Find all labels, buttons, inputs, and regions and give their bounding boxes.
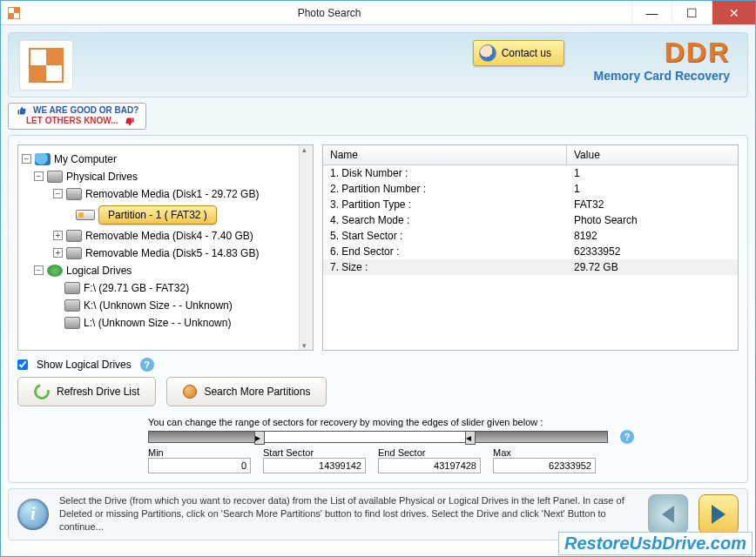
slider-handle-end[interactable]: ◂ (465, 431, 476, 445)
titlebar: Photo Search — ☐ ✕ (1, 1, 755, 25)
collapse-icon[interactable]: − (53, 189, 63, 198)
table-row: 7. Size :29.72 GB (323, 259, 738, 275)
maximize-button[interactable]: ☐ (672, 1, 712, 24)
brand-title: DDR (594, 37, 730, 69)
header-banner: Contact us DDR Memory Card Recovery (8, 32, 748, 97)
collapse-icon[interactable]: − (22, 154, 31, 164)
show-logical-label: Show Logical Drives (37, 359, 132, 371)
action-buttons: Refresh Drive List Search More Partition… (17, 377, 739, 406)
info-icon: i (17, 499, 49, 530)
minimize-button[interactable]: — (631, 1, 672, 24)
table-row: 2. Partition Number :1 (323, 181, 738, 197)
hdd-icon (64, 317, 80, 329)
badge-line1: WE ARE GOOD OR BAD? (33, 105, 138, 115)
hdd-icon (64, 282, 80, 294)
detail-table: Name Value 1. Disk Number :1 2. Partitio… (322, 144, 739, 351)
main-panel: −My Computer −Physical Drives −Removable… (8, 135, 748, 483)
table-row: 4. Search Mode :Photo Search (323, 212, 738, 228)
triangle-right-icon (712, 505, 726, 524)
max-value: 62333952 (493, 458, 596, 473)
footer-hint: Select the Drive (from which you want to… (59, 494, 638, 534)
brand-subtitle: Memory Card Recovery (594, 69, 730, 83)
tree-disk4[interactable]: +Removable Media (Disk4 - 7.40 GB) (53, 227, 295, 245)
app-window: Photo Search — ☐ ✕ Contact us DDR Memory… (0, 0, 756, 557)
detail-header: Name Value (323, 145, 738, 165)
hdd-icon (64, 299, 80, 312)
search-icon (183, 385, 197, 399)
logo-icon (19, 40, 73, 91)
person-icon (479, 44, 496, 62)
watermark: RestoreUsbDrive.com (558, 532, 753, 555)
table-row: 3. Partition Type :FAT32 (323, 197, 738, 212)
contact-us-button[interactable]: Contact us (473, 40, 564, 66)
tree-disk5[interactable]: +Removable Media (Disk5 - 14.83 GB) (53, 245, 295, 262)
window-title: Photo Search (27, 1, 631, 24)
end-sector-value: 43197428 (378, 458, 481, 473)
search-more-partitions-button[interactable]: Search More Partitions (166, 377, 327, 406)
col-name: Name (323, 145, 567, 164)
thumb-up-icon (16, 105, 28, 116)
panes: −My Computer −Physical Drives −Removable… (17, 144, 739, 351)
triangle-left-icon (662, 506, 674, 523)
tree-logical[interactable]: −Logical Drives (34, 262, 295, 279)
tree-body: −My Computer −Physical Drives −Removable… (18, 145, 299, 350)
hdd-icon (66, 230, 82, 242)
help-icon[interactable]: ? (620, 430, 634, 444)
tree-scrollbar[interactable] (299, 145, 313, 350)
tree-drive-k[interactable]: K:\ (Unknown Size - - Unknown) (51, 297, 295, 314)
refresh-icon (31, 380, 53, 402)
refresh-drive-list-button[interactable]: Refresh Drive List (17, 377, 156, 406)
thumb-down-icon (124, 117, 136, 127)
usb-icon (76, 210, 95, 220)
close-button[interactable]: ✕ (712, 1, 755, 24)
badge-line2: LET OTHERS KNOW... (26, 116, 118, 125)
slider-caption: You can change the range of sectors for … (148, 417, 608, 427)
hdd-icon (47, 171, 63, 183)
min-value: 0 (148, 458, 251, 473)
table-row: 5. Start Sector :8192 (323, 228, 738, 244)
hdd-icon (66, 188, 82, 200)
computer-icon (35, 153, 51, 165)
brand-block: DDR Memory Card Recovery (594, 37, 730, 83)
tree-root[interactable]: −My Computer (22, 151, 295, 168)
contact-label: Contact us (502, 47, 551, 59)
tree-options: Show Logical Drives ? (17, 358, 739, 372)
table-row: 1. Disk Number :1 (323, 165, 738, 181)
help-icon[interactable]: ? (140, 358, 154, 372)
feedback-badge[interactable]: WE ARE GOOD OR BAD? LET OTHERS KNOW... (8, 103, 146, 130)
collapse-icon[interactable]: − (34, 171, 44, 181)
col-value: Value (567, 145, 738, 164)
slider-values: Min0 Start Sector14399142 End Sector4319… (148, 447, 608, 473)
tree-disk1[interactable]: −Removable Media (Disk1 - 29.72 GB) (53, 185, 295, 203)
content: Contact us DDR Memory Card Recovery WE A… (1, 25, 755, 556)
sector-slider-area: You can change the range of sectors for … (17, 417, 739, 473)
app-icon (1, 1, 27, 24)
tree-physical[interactable]: −Physical Drives (34, 168, 295, 185)
tree-drive-f[interactable]: F:\ (29.71 GB - FAT32) (51, 279, 295, 297)
table-row: 6. End Sector :62333952 (323, 244, 738, 259)
window-controls: — ☐ ✕ (631, 1, 755, 24)
collapse-icon[interactable]: − (34, 265, 44, 275)
expand-icon[interactable]: + (53, 231, 63, 240)
sector-slider[interactable]: ▸ ◂ ? (148, 430, 608, 444)
show-logical-checkbox[interactable] (17, 359, 28, 370)
tree-drive-l[interactable]: L:\ (Unknown Size - - Unknown) (51, 314, 295, 332)
next-button[interactable] (699, 494, 739, 534)
back-button[interactable] (648, 494, 688, 534)
expand-icon[interactable]: + (53, 248, 63, 258)
drive-tree: −My Computer −Physical Drives −Removable… (17, 144, 314, 351)
globe-icon (47, 265, 63, 277)
slider-handle-start[interactable]: ▸ (254, 431, 265, 445)
tree-partition-selected[interactable]: Partition - 1 ( FAT32 ) (76, 203, 295, 227)
hdd-icon (66, 247, 82, 259)
start-sector-value: 14399142 (263, 458, 366, 473)
